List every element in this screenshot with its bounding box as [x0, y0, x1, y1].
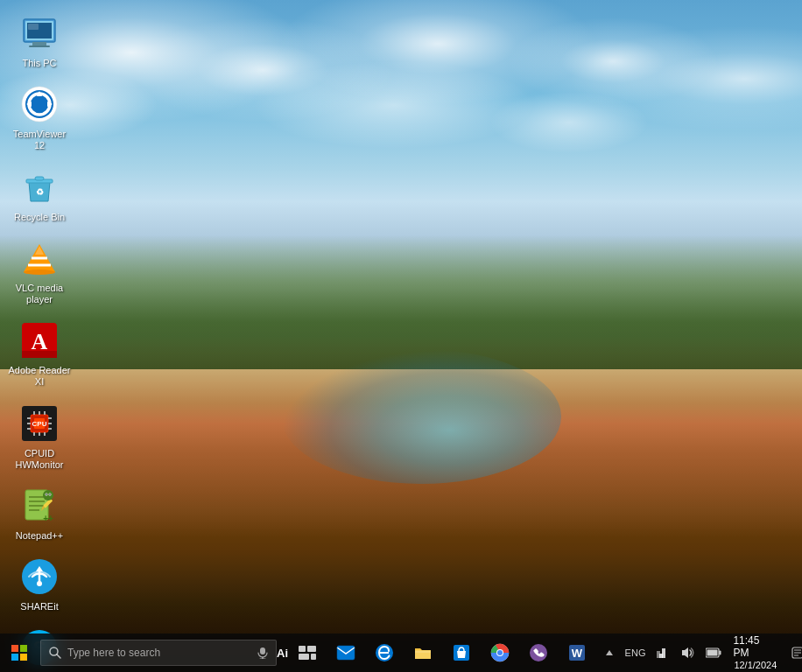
- taskbar-app-viber[interactable]: [519, 634, 558, 672]
- svg-text:W: W: [572, 647, 583, 660]
- desktop-icon-this-pc[interactable]: This PC: [4, 9, 74, 73]
- taskbar-apps: W: [327, 634, 596, 672]
- store-icon: [451, 642, 472, 663]
- desktop-icon-teamviewer[interactable]: TeamViewer 12: [4, 80, 74, 155]
- taskbar-app-mail[interactable]: [327, 634, 365, 672]
- adobe-reader-label: Adobe Reader XI: [8, 365, 71, 388]
- svg-rect-89: [707, 650, 717, 656]
- this-pc-label: This PC: [22, 58, 56, 69]
- svg-point-47: [43, 490, 53, 500]
- clock-time: 11:45 PM: [733, 634, 777, 660]
- svg-rect-57: [11, 645, 18, 652]
- svg-marker-86: [682, 648, 688, 658]
- notification-center-button[interactable]: [784, 634, 802, 672]
- svg-text:A: A: [32, 329, 48, 354]
- adobe-reader-icon: A: [18, 319, 60, 361]
- desktop-icon-hwmonitor[interactable]: CPU CPUID HWMonitor: [4, 399, 74, 474]
- teamviewer-icon: [18, 83, 60, 125]
- network-icon[interactable]: [648, 634, 674, 672]
- svg-marker-82: [606, 650, 613, 655]
- viber-icon: [528, 642, 549, 663]
- svg-rect-68: [299, 654, 309, 660]
- svg-text:++: ++: [43, 514, 53, 523]
- word-icon: W: [566, 642, 587, 663]
- desktop-icon-adobe-reader[interactable]: A Adobe Reader XI: [4, 316, 74, 391]
- svg-rect-60: [20, 654, 27, 661]
- svg-rect-5: [28, 24, 39, 30]
- mail-icon: [335, 642, 356, 663]
- desktop-icon-vlc[interactable]: VLC media player: [4, 234, 74, 309]
- task-view-button[interactable]: [288, 634, 327, 672]
- desktop-icon-shareit[interactable]: SHAREit: [4, 552, 74, 616]
- desktop-icons-container: This PC TeamViewer 12: [4, 9, 74, 672]
- battery-icon[interactable]: [700, 634, 727, 672]
- vlc-label: VLC media player: [8, 283, 71, 305]
- svg-rect-88: [719, 651, 721, 655]
- search-placeholder: Type here to search: [67, 647, 257, 659]
- svg-rect-84: [657, 651, 660, 658]
- svg-rect-63: [260, 648, 265, 654]
- teamviewer-label: TeamViewer 12: [8, 129, 71, 151]
- clock[interactable]: 11:45 PM 12/1/2024: [726, 634, 784, 672]
- file-explorer-icon: [412, 642, 433, 663]
- recycle-bin-icon: ♻: [18, 166, 60, 208]
- svg-point-50: [46, 494, 47, 495]
- volume-icon[interactable]: [674, 634, 700, 672]
- tray-expand-button[interactable]: [596, 634, 623, 672]
- taskbar-app-word[interactable]: W: [558, 634, 596, 672]
- ai-button[interactable]: Ai: [277, 634, 288, 672]
- svg-text:♻: ♻: [36, 187, 44, 197]
- microphone-icon: [257, 647, 269, 659]
- svg-point-18: [24, 270, 55, 275]
- language-indicator[interactable]: ENG: [623, 634, 649, 672]
- pool-background: [281, 349, 562, 484]
- svg-text:CPU: CPU: [32, 420, 47, 428]
- desktop-icon-recycle-bin[interactable]: ♻ Recycle Bin: [4, 163, 74, 227]
- desktop-icon-notepadpp[interactable]: ++ Notepad++: [4, 481, 74, 545]
- search-bar[interactable]: Type here to search: [40, 640, 277, 666]
- svg-rect-3: [29, 46, 50, 47]
- svg-rect-59: [11, 654, 18, 661]
- shareit-icon: [18, 556, 60, 598]
- svg-line-62: [57, 654, 60, 658]
- vlc-icon: [18, 237, 60, 279]
- shareit-label: SHAREit: [20, 601, 58, 612]
- svg-rect-69: [311, 654, 316, 660]
- chrome-icon: [489, 642, 510, 663]
- taskbar-app-chrome[interactable]: [481, 634, 519, 672]
- start-button[interactable]: [0, 634, 39, 672]
- search-icon: [48, 646, 62, 660]
- svg-rect-70: [337, 646, 355, 660]
- taskbar-app-file-explorer[interactable]: [404, 634, 442, 672]
- notepadpp-icon: ++: [18, 485, 60, 527]
- svg-rect-85: [662, 648, 665, 658]
- svg-point-78: [497, 650, 503, 655]
- taskbar-app-edge[interactable]: [365, 634, 404, 672]
- taskbar-app-store[interactable]: [442, 634, 481, 672]
- this-pc-icon: [18, 12, 60, 54]
- svg-rect-66: [299, 646, 306, 652]
- svg-rect-2: [32, 42, 46, 46]
- edge-icon: [374, 642, 395, 663]
- clock-date: 12/1/2024: [734, 660, 777, 671]
- recycle-bin-label: Recycle Bin: [14, 212, 65, 223]
- svg-rect-22: [22, 351, 57, 358]
- svg-point-51: [49, 494, 51, 495]
- svg-point-53: [37, 581, 42, 586]
- trees-background: [0, 235, 802, 370]
- hwmonitor-icon: CPU: [18, 402, 60, 444]
- svg-point-79: [530, 644, 547, 662]
- notepadpp-label: Notepad++: [16, 530, 63, 542]
- svg-rect-12: [35, 177, 44, 180]
- hwmonitor-label: CPUID HWMonitor: [8, 448, 71, 471]
- desktop: This PC TeamViewer 12: [0, 0, 802, 672]
- system-tray: ENG: [596, 634, 802, 672]
- svg-rect-58: [20, 645, 27, 652]
- sky-background: [0, 0, 802, 303]
- svg-rect-67: [307, 646, 316, 652]
- taskbar: Type here to search Ai: [0, 634, 802, 672]
